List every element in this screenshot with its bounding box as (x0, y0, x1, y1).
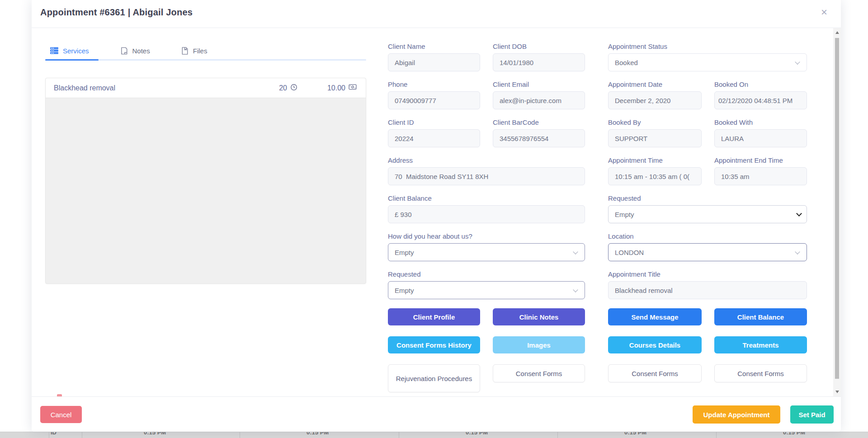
appointment-title-label: Appointment Title (608, 270, 807, 278)
tab-bar: Services Notes (45, 44, 366, 57)
client-id-label: Client ID (388, 118, 480, 126)
chevron-down-icon (573, 287, 578, 292)
tab-notes[interactable]: Notes (115, 47, 150, 55)
phone-field[interactable]: 07490009777 (388, 91, 480, 109)
rejuvenation-procedures-button[interactable]: Rejuvenation Procedures (388, 364, 480, 392)
tab-files[interactable]: Files (176, 47, 208, 55)
client-dob-label: Client DOB (493, 42, 585, 50)
divider (82, 432, 82, 438)
appointment-date-field[interactable]: December 2, 2020 (608, 91, 702, 109)
phone-label: Phone (388, 80, 480, 88)
divider (240, 432, 240, 438)
client-email-field[interactable]: alex@in-picture.com (493, 91, 585, 109)
chevron-down-icon (795, 59, 800, 64)
requested-label: Requested (608, 194, 807, 202)
client-barcode-label: Client BarCode (493, 118, 585, 126)
client-name-field[interactable]: Abigail (388, 53, 480, 71)
service-price-value: 10.00 (327, 84, 345, 92)
bg-column-time: 0:15 PM (307, 432, 329, 436)
requested-select[interactable]: Empty (608, 205, 807, 223)
client-dob-field[interactable]: 14/01/1980 (493, 53, 585, 71)
client-balance-button[interactable]: Client Balance (714, 308, 807, 325)
appointment-status-value: Booked (615, 59, 638, 66)
cancel-button[interactable]: Cancel (40, 406, 82, 423)
client-balance-label: Client Balance (388, 194, 585, 202)
client-barcode-field[interactable]: 3455678976554 (493, 129, 585, 147)
appointment-status-label: Appointment Status (608, 42, 807, 50)
location-value: LONDON (615, 249, 644, 256)
bg-column-id: ID (51, 432, 57, 436)
modal-body: Services Notes (32, 28, 841, 396)
booked-by-field[interactable]: SUPPORT (608, 129, 702, 147)
clinic-notes-button[interactable]: Clinic Notes (493, 308, 585, 325)
booked-on-label: Booked On (714, 80, 807, 88)
scrollbar-thumb[interactable] (835, 38, 839, 379)
location-select[interactable]: LONDON (608, 243, 807, 261)
appointment-title-field[interactable]: Blackhead removal (608, 281, 807, 299)
chevron-down-icon (573, 249, 578, 254)
images-button[interactable]: Images (493, 336, 585, 353)
location-label: Location (608, 232, 807, 240)
appointment-modal: Appointment #6361 | Abigail Jones × (32, 0, 841, 432)
modal-footer: Cancel Update Appointment Set Paid (32, 396, 841, 432)
client-profile-button[interactable]: Client Profile (388, 308, 480, 325)
address-label: Address (388, 156, 585, 164)
tab-services-label: Services (63, 47, 89, 55)
scrollbar[interactable] (833, 28, 841, 396)
close-icon[interactable]: × (821, 5, 827, 19)
consent-forms-button[interactable]: Consent Forms (608, 364, 702, 382)
stray-red-mark (57, 394, 62, 396)
background-calendar-strip: ID 0:15 PM 0:15 PM 0:15 PM 0:15 PM 0:15 … (0, 432, 868, 438)
modal-header: Appointment #6361 | Abigail Jones × (32, 0, 841, 28)
bg-column-time: 0:15 PM (144, 432, 166, 436)
tab-services[interactable]: Services (45, 46, 89, 55)
tab-notes-label: Notes (132, 47, 150, 55)
client-name-label: Client Name (388, 42, 480, 50)
service-name: Blackhead removal (54, 84, 279, 92)
bg-column-time: 0:15 PM (783, 432, 805, 436)
hear-about-value: Empty (395, 249, 414, 256)
booked-with-label: Booked With (714, 118, 807, 126)
client-balance-field[interactable]: £ 930 (388, 205, 585, 223)
divider (49, 432, 49, 438)
address-field[interactable]: 70 Maidstone Road SY11 8XH (388, 167, 585, 185)
requested-2-label: Requested (388, 270, 585, 278)
bg-column-time: 0:15 PM (466, 432, 488, 436)
chevron-down-icon (796, 211, 802, 217)
bg-column-time: 0:15 PM (624, 432, 646, 436)
client-email-label: Client Email (493, 80, 585, 88)
service-duration-value: 20 (279, 84, 287, 92)
set-paid-button[interactable]: Set Paid (790, 405, 834, 424)
scroll-down-arrow-icon[interactable] (833, 388, 841, 396)
booked-on-field[interactable]: 02/12/2020 04:48:51 PM (714, 91, 807, 109)
client-id-field[interactable]: 20224 (388, 129, 480, 147)
services-icon (50, 46, 59, 55)
money-icon (349, 84, 357, 92)
appointment-status-select[interactable]: Booked (608, 53, 807, 71)
requested-2-value: Empty (395, 287, 414, 294)
service-row[interactable]: Blackhead removal 20 10.00 (46, 78, 366, 98)
page: ID 0:15 PM 0:15 PM 0:15 PM 0:15 PM 0:15 … (0, 0, 868, 438)
update-appointment-button[interactable]: Update Appointment (693, 405, 780, 424)
appointment-end-time-field[interactable]: 10:35 am (714, 167, 807, 185)
appointment-form: Client Name Abigail Client DOB 14/01/198… (388, 42, 808, 396)
requested-2-select[interactable]: Empty (388, 281, 585, 299)
hear-about-select[interactable]: Empty (388, 243, 585, 261)
send-message-button[interactable]: Send Message (608, 308, 702, 325)
booked-by-label: Booked By (608, 118, 702, 126)
appointment-time-field[interactable]: 10:15 am - 10:35 am ( 0( (608, 167, 702, 185)
courses-details-button[interactable]: Courses Details (608, 336, 702, 353)
booked-with-field[interactable]: LAURA (714, 129, 807, 147)
hear-about-label: How did you hear about us? (388, 232, 585, 240)
consent-forms-button[interactable]: Consent Forms (714, 364, 807, 382)
requested-value: Empty (615, 211, 634, 218)
files-icon (181, 47, 189, 55)
appointment-time-label: Appointment Time (608, 156, 702, 164)
tab-underline-active (45, 59, 99, 61)
scroll-up-arrow-icon[interactable] (833, 29, 841, 36)
consent-forms-history-button[interactable]: Consent Forms History (388, 336, 480, 353)
notes-icon (120, 47, 128, 55)
divider (716, 432, 717, 438)
treatments-button[interactable]: Treatments (714, 336, 807, 353)
consent-forms-button[interactable]: Consent Forms (493, 364, 585, 382)
